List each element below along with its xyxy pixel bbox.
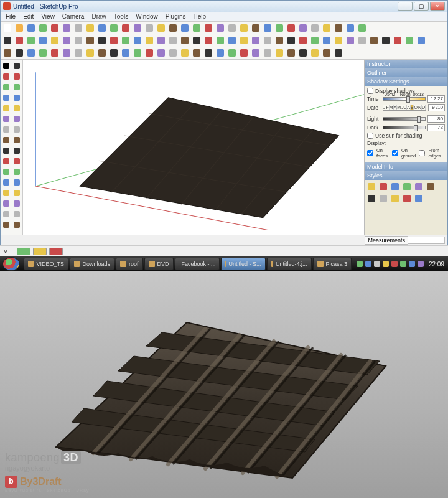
palette-tool[interactable] <box>1 146 11 156</box>
palette-tool[interactable] <box>1 167 11 177</box>
toolbar-button[interactable] <box>2 47 13 59</box>
month-cell[interactable]: M <box>397 105 401 110</box>
systray-icon[interactable] <box>383 261 389 267</box>
toolbar-button[interactable] <box>297 35 309 46</box>
palette-tool[interactable] <box>12 114 22 124</box>
palette-tool[interactable] <box>12 199 22 209</box>
toolbar-button[interactable] <box>49 47 60 59</box>
palette-tool[interactable] <box>1 61 11 71</box>
palette-tool[interactable] <box>12 93 22 103</box>
palette-tool[interactable] <box>1 209 11 219</box>
palette-tool[interactable] <box>1 82 11 92</box>
palette-tool[interactable] <box>12 61 22 71</box>
toolbar-button[interactable] <box>132 47 143 59</box>
toolbar-button[interactable] <box>144 47 155 59</box>
toolbar-button[interactable] <box>226 22 238 34</box>
palette-tool[interactable] <box>1 114 11 124</box>
toolbar-button[interactable] <box>357 22 368 34</box>
toolbar-button[interactable] <box>132 35 143 46</box>
toolbar-button[interactable] <box>215 47 226 59</box>
toolbar-button[interactable] <box>2 22 13 34</box>
toolbar-button[interactable] <box>14 35 25 46</box>
status-pill-2[interactable] <box>33 248 47 255</box>
menu-file[interactable]: File <box>2 13 19 20</box>
toolbar-button[interactable] <box>179 22 190 34</box>
palette-tool[interactable] <box>12 135 22 145</box>
toolbar-button[interactable] <box>309 35 320 46</box>
menu-edit[interactable]: Edit <box>19 13 37 20</box>
menu-camera[interactable]: Camera <box>58 13 88 20</box>
toolbar-button[interactable] <box>49 35 60 46</box>
toolbar-button[interactable] <box>404 35 415 46</box>
taskbar-button[interactable]: Untitled-4.j... <box>267 258 312 270</box>
taskbar-button[interactable]: Untitled - S... <box>221 258 266 270</box>
palette-tool[interactable] <box>1 188 11 198</box>
toolbar-button[interactable] <box>262 22 273 34</box>
toolbar-button[interactable] <box>156 22 167 34</box>
viewport-3d[interactable] <box>23 60 364 235</box>
tray-header-styles[interactable]: Styles <box>365 171 447 180</box>
toolbar-button[interactable] <box>309 22 320 34</box>
on-ground-checkbox[interactable] <box>392 150 398 156</box>
palette-tool[interactable] <box>1 72 11 82</box>
toolbar-button[interactable] <box>250 35 261 46</box>
date-value[interactable]: 9 /10 <box>428 104 445 111</box>
toolbar-button[interactable] <box>366 193 377 204</box>
toolbar-button[interactable] <box>120 35 131 46</box>
toolbar-button[interactable] <box>37 22 49 34</box>
use-sun-checkbox[interactable] <box>367 133 373 139</box>
toolbar-button[interactable] <box>37 47 49 59</box>
toolbar-button[interactable] <box>392 35 403 46</box>
toolbar-button[interactable] <box>96 35 108 46</box>
taskbar-button[interactable]: Downloads <box>70 258 114 270</box>
toolbar-button[interactable] <box>37 35 49 46</box>
palette-tool[interactable] <box>12 146 22 156</box>
menu-help[interactable]: Help <box>190 13 210 20</box>
palette-tool[interactable] <box>1 103 11 113</box>
toolbar-button[interactable] <box>61 35 72 46</box>
toolbar-button[interactable] <box>416 35 427 46</box>
toolbar-button[interactable] <box>274 35 285 46</box>
window-titlebar[interactable]: Untitled - SketchUp Pro _ ▢ × <box>1 1 447 12</box>
palette-tool[interactable] <box>12 82 22 92</box>
toolbar-button[interactable] <box>262 47 273 59</box>
toolbar-button[interactable] <box>108 22 119 34</box>
palette-tool[interactable] <box>12 103 22 113</box>
toolbar-button[interactable] <box>380 35 391 46</box>
menu-draw[interactable]: Draw <box>88 13 110 20</box>
toolbar-button[interactable] <box>203 47 214 59</box>
systray-icon[interactable] <box>374 261 380 267</box>
toolbar-button[interactable] <box>250 47 261 59</box>
toolbar-button[interactable] <box>321 47 332 59</box>
toolbar-button[interactable] <box>73 22 84 34</box>
menu-plugins[interactable]: Plugins <box>162 13 190 20</box>
toolbar-button[interactable] <box>286 22 297 34</box>
toolbar-button[interactable] <box>61 22 72 34</box>
toolbar-button[interactable] <box>61 47 72 59</box>
systray-icon[interactable] <box>391 261 398 267</box>
toolbar-button[interactable] <box>425 181 436 192</box>
systray-icon[interactable] <box>365 261 371 267</box>
status-pill-3[interactable] <box>49 248 63 255</box>
systray-icon[interactable] <box>357 261 363 267</box>
palette-tool[interactable] <box>1 125 11 134</box>
toolbar-button[interactable] <box>2 35 13 46</box>
toolbar-button[interactable] <box>262 35 273 46</box>
toolbar-button[interactable] <box>179 35 190 46</box>
toolbar-button[interactable] <box>345 22 356 34</box>
toolbar-button[interactable] <box>120 22 131 34</box>
status-pill-1[interactable] <box>17 248 30 255</box>
tray-header-instructor[interactable]: Instructor <box>365 60 447 68</box>
taskbar-button[interactable]: VIDEO_TS <box>24 258 68 270</box>
toolbar-button[interactable] <box>297 47 309 59</box>
measurements-input[interactable] <box>408 237 445 244</box>
toolbar-button[interactable] <box>413 181 424 192</box>
toolbar-button[interactable] <box>73 35 84 46</box>
toolbar-button[interactable] <box>401 193 413 204</box>
toolbar-button[interactable] <box>156 47 167 59</box>
toolbar-button[interactable] <box>203 22 214 34</box>
toolbar-button[interactable] <box>413 193 424 204</box>
month-cell[interactable]: D <box>422 105 426 110</box>
systray-icon[interactable] <box>400 261 406 267</box>
palette-tool[interactable] <box>12 188 22 198</box>
